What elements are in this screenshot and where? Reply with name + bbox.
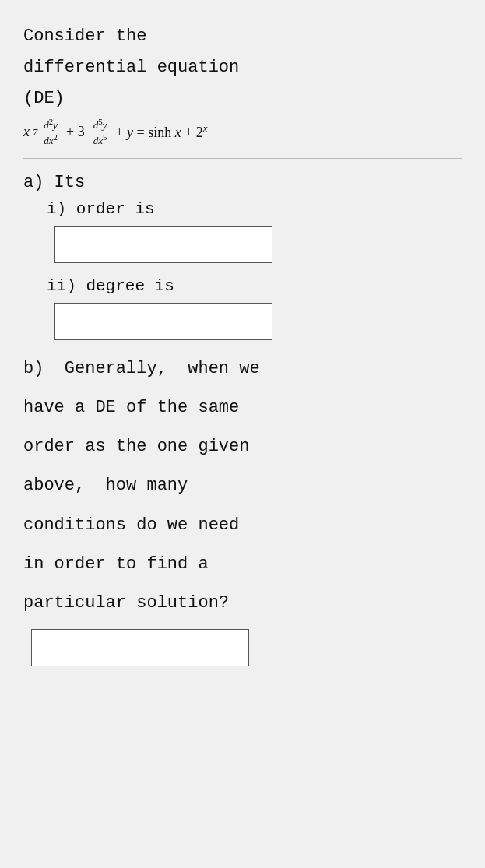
equation-display: x7 d2y dx2 + 3 d5y dx5 + y = sinh x + 2x [23,117,462,147]
sub-ii-label: ii) degree is [47,277,462,295]
section-b-line5: conditions do we need [23,512,462,539]
section-b-line1: b) Generally, when we [23,356,462,382]
section-b-line3: order as the one given [23,434,462,460]
sub-i-label: i) order is [47,200,462,218]
intro-line2: differential equation [23,54,462,81]
order-answer-input[interactable] [54,226,272,263]
particular-solution-answer-input[interactable] [31,629,249,666]
degree-answer-input[interactable] [54,303,272,340]
section-b-line6: in order to find a [23,551,462,578]
section-b-line2: have a DE of the same [23,395,462,421]
intro-line1: Consider the [23,23,462,50]
section-a-label: a) Its [23,173,462,192]
section-b-line7: particular solution? [23,590,462,617]
divider [23,158,462,159]
page-container: Consider the differential equation (DE) … [0,0,485,868]
intro-line3: (DE) [23,86,462,112]
section-b-line4: above, how many [23,473,462,499]
